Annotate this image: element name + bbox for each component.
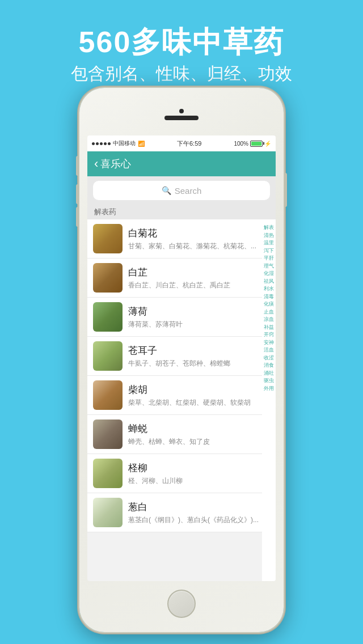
index-item[interactable]: 平肝	[262, 255, 276, 262]
index-item[interactable]: 利水	[262, 285, 276, 293]
herb-alias: 柴草、北柴胡、红柴胡、硬柴胡、软柴胡	[128, 398, 270, 408]
index-item[interactable]: 化湿	[262, 270, 276, 278]
index-item[interactable]: 祛风	[262, 278, 276, 286]
herb-alias: 香白芷、川白芷、杭白芷、禹白芷	[128, 281, 270, 290]
herb-image	[93, 498, 123, 527]
herb-info: 薄荷薄荷菜、苏薄荷叶	[128, 305, 270, 329]
herb-image	[93, 341, 123, 371]
herb-info: 蝉蜕蝉壳、枯蝉、蝉衣、知了皮	[128, 422, 270, 447]
index-item[interactable]: 清热	[262, 232, 276, 240]
bottom-bezel	[79, 581, 284, 626]
herb-alias: 甘菊、家菊、白菊花、滁菊花、杭菊花、...	[128, 242, 270, 251]
herb-name: 白芷	[128, 266, 270, 279]
herb-info: 柴胡柴草、北柴胡、红柴胡、硬柴胡、软柴胡	[128, 383, 270, 408]
herb-list-item[interactable]: 白菊花甘菊、家菊、白菊花、滁菊花、杭菊花、...	[87, 219, 276, 259]
home-button[interactable]	[167, 590, 196, 618]
search-bar-container: 🔍 Search	[87, 176, 276, 205]
charging-icon: ⚡	[264, 141, 271, 147]
herb-list-item[interactable]: 蝉蜕蝉壳、枯蝉、蝉衣、知了皮	[87, 415, 276, 454]
status-time: 下午6:59	[177, 139, 201, 148]
herb-info: 柽柳柽、河柳、山川柳	[128, 461, 270, 486]
herb-name: 蝉蜕	[128, 422, 270, 435]
index-item[interactable]: 理气	[262, 262, 276, 270]
index-item[interactable]: 止血	[262, 308, 276, 316]
bg-title: 560多味中草药	[0, 23, 363, 62]
index-item[interactable]: 化痰	[262, 300, 276, 308]
herb-name: 苍耳子	[128, 344, 270, 357]
index-item[interactable]: 收涩	[262, 354, 276, 362]
herb-alias: 柽、河柳、山川柳	[128, 476, 270, 486]
search-icon: 🔍	[162, 186, 171, 195]
index-item[interactable]: 清毒	[262, 293, 276, 301]
phone-shell: 中国移动 📶 下午6:59 100% ⚡ ‹ 喜乐心	[79, 88, 284, 632]
top-bezel	[79, 94, 284, 135]
index-item[interactable]: 外用	[262, 385, 276, 393]
index-item[interactable]: 补益	[262, 324, 276, 332]
herb-info: 白菊花甘菊、家菊、白菊花、滁菊花、杭菊花、...	[128, 227, 270, 251]
herb-list-item[interactable]: 柴胡柴草、北柴胡、红柴胡、硬柴胡、软柴胡	[87, 376, 276, 415]
right-index-sidebar: 解表清热温里泻下平肝理气化湿祛风利水清毒化痰止血凉血补益开窍安神活血收涩消食涌吐…	[262, 219, 276, 581]
herb-image	[93, 302, 123, 332]
herb-list-item[interactable]: 苍耳子牛虱子、胡苍子、苍郎种、棉螳螂	[87, 337, 276, 376]
herb-list-item[interactable]: 柽柳柽、河柳、山川柳	[87, 454, 276, 493]
index-item[interactable]: 泻下	[262, 247, 276, 255]
index-item[interactable]: 解表	[262, 224, 276, 232]
herb-alias: 薄荷菜、苏薄荷叶	[128, 320, 270, 329]
index-item[interactable]: 驱虫	[262, 377, 276, 385]
front-camera	[179, 109, 184, 113]
herb-alias: 牛虱子、胡苍子、苍郎种、棉螳螂	[128, 359, 270, 368]
nav-bar: ‹ 喜乐心	[87, 151, 276, 176]
herb-alias: 葱茎白(《纲目》)、葱白头(《药品化义》)...	[128, 515, 270, 525]
section-header: 解表药	[87, 205, 276, 219]
back-arrow-icon: ‹	[94, 158, 98, 170]
herb-name: 柴胡	[128, 383, 270, 396]
herb-alias: 蝉壳、枯蝉、蝉衣、知了皮	[128, 437, 270, 447]
search-placeholder: Search	[175, 186, 202, 196]
index-item[interactable]: 活血	[262, 346, 276, 354]
carrier-label: 中国移动	[113, 139, 136, 147]
herb-image	[93, 263, 123, 293]
herb-list-item[interactable]: 葱白葱茎白(《纲目》)、葱白头(《药品化义》)...	[87, 493, 276, 532]
index-item[interactable]: 安神	[262, 339, 276, 347]
list-container: 白菊花甘菊、家菊、白菊花、滁菊花、杭菊花、...白芷香白芷、川白芷、杭白芷、禹白…	[87, 219, 276, 581]
battery-icon	[250, 141, 263, 147]
herb-image	[93, 420, 123, 449]
index-item[interactable]: 消食	[262, 362, 276, 370]
herb-list-item[interactable]: 薄荷薄荷菜、苏薄荷叶	[87, 298, 276, 337]
herb-list: 白菊花甘菊、家菊、白菊花、滁菊花、杭菊花、...白芷香白芷、川白芷、杭白芷、禹白…	[87, 219, 276, 532]
herb-image	[93, 380, 123, 410]
speaker	[164, 116, 199, 120]
index-item[interactable]: 温里	[262, 239, 276, 247]
phone-screen: 中国移动 📶 下午6:59 100% ⚡ ‹ 喜乐心	[87, 135, 276, 581]
herb-name: 白菊花	[128, 227, 270, 240]
herb-info: 苍耳子牛虱子、胡苍子、苍郎种、棉螳螂	[128, 344, 270, 368]
herb-list-item[interactable]: 白芷香白芷、川白芷、杭白芷、禹白芷	[87, 259, 276, 298]
herb-info: 葱白葱茎白(《纲目》)、葱白头(《药品化义》)...	[128, 501, 270, 525]
herb-image	[93, 459, 123, 488]
herb-info: 白芷香白芷、川白芷、杭白芷、禹白芷	[128, 266, 270, 290]
herb-name: 葱白	[128, 501, 270, 514]
wifi-icon: 📶	[138, 141, 145, 147]
herb-name: 薄荷	[128, 305, 270, 318]
herb-name: 柽柳	[128, 461, 270, 474]
status-bar: 中国移动 📶 下午6:59 100% ⚡	[87, 135, 276, 151]
index-item[interactable]: 凉血	[262, 316, 276, 324]
index-item[interactable]: 开窍	[262, 331, 276, 339]
search-bar[interactable]: 🔍 Search	[93, 181, 270, 200]
herb-image	[93, 224, 123, 253]
battery-percent: 100%	[234, 141, 248, 147]
bg-subtitle: 包含别名、性味、归经、功效	[0, 62, 363, 86]
back-button[interactable]: ‹ 喜乐心	[94, 157, 131, 171]
back-label: 喜乐心	[100, 157, 131, 171]
index-item[interactable]: 涌吐	[262, 370, 276, 378]
